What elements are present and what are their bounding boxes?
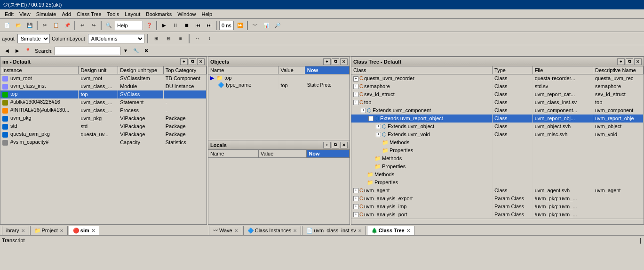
menu-bookmarks[interactable]: Bookmarks [143,10,175,18]
tab-library[interactable]: ibrary ✕ [2,226,29,235]
tree-expand-btn[interactable]: + [353,92,358,97]
tab-class-tree-close[interactable]: ✕ [406,228,410,233]
search-filter-btn[interactable]: 🔧 [131,46,141,56]
sim-du-cell: std [79,123,118,131]
tab-class-instances[interactable]: 🔷 Class Instances ✕ [243,226,302,235]
obj-name-cell: ▶ 📁 top [208,74,278,82]
tb-undo-btn[interactable]: ↩ [77,20,87,31]
search-input[interactable] [55,47,120,55]
sim-panel-float-btn[interactable]: ⧉ [189,58,196,65]
tab-sim-close[interactable]: ✕ [91,228,95,233]
tb-step-btn[interactable]: ⏩ [235,20,245,31]
layout-btn-4[interactable]: ↔ [192,33,203,44]
tb-save-btn[interactable]: 💾 [24,20,35,31]
tb-search-btn[interactable]: 🔍 [103,20,114,31]
layout-btn-1[interactable]: ⊞ [151,33,161,44]
ct-desc-cell [593,211,644,219]
sim-panel: im - Default + ⧉ ✕ Instance Design unit … [0,57,207,225]
menu-classtree[interactable]: Class Tree [74,10,104,18]
tb-wave2-btn[interactable]: 📊 [261,20,271,31]
menu-add[interactable]: Add [59,10,74,18]
search-clear-btn[interactable]: ✖ [141,46,151,56]
tb-copy-btn[interactable]: 📋 [51,20,61,31]
tab-wave-close[interactable]: ✕ [234,228,238,233]
layout-btn-5[interactable]: ↕ [205,33,215,44]
tb-open-btn[interactable]: 📂 [13,20,24,31]
tree-expand-btn[interactable]: + [353,204,358,209]
tree-expand-btn[interactable]: - [368,116,374,121]
classtree-pin-btn[interactable]: + [617,58,625,65]
tree-expand-btn[interactable]: + [376,132,381,137]
tb-sim1-btn[interactable]: ▶ [159,20,169,31]
tb-sim4-btn[interactable]: ⏮ [193,20,203,31]
tb-redo-btn[interactable]: ↪ [88,20,99,31]
search-pin-btn[interactable]: 📍 [23,46,33,56]
left-tab-bar: ibrary ✕ 📁 Project ✕ 🔴 sim ✕ [0,225,207,235]
tree-expand-btn[interactable]: + [353,76,358,82]
tree-expand-btn[interactable]: + [353,196,358,201]
tab-wave[interactable]: 〰 Wave ✕ [209,226,242,235]
locals-close-btn[interactable]: ✕ [340,142,348,148]
sim-panel-pin-btn[interactable]: + [180,58,188,65]
locals-pin-btn[interactable]: + [323,142,331,148]
simulate-combo[interactable]: Simulate [17,34,50,43]
tb-new-btn[interactable]: 📄 [2,20,12,31]
tab-project-close[interactable]: ✕ [60,228,64,233]
obj-expand-1[interactable]: ▶ [210,75,214,81]
menu-help[interactable]: Help [199,10,215,18]
tab-sim[interactable]: 🔴 sim ✕ [69,226,99,235]
tb-help-icon-btn[interactable]: ❓ [144,20,154,31]
tree-expand-btn[interactable]: + [361,108,366,113]
tb-sim5-btn[interactable]: ⏭ [204,20,215,31]
all-columns-combo[interactable]: AllColumns [88,34,144,43]
tb-cut-btn[interactable]: ✂ [40,20,50,31]
objects-table: Name Value Now ▶ 📁 top [208,66,350,89]
tb-wave1-btn[interactable]: 〰 [250,20,260,31]
menu-simulate[interactable]: Simulate [33,10,59,18]
tb-paste-btn[interactable]: 📌 [62,20,72,31]
menu-edit[interactable]: Edit [2,10,16,18]
ct-class-cell: +Cuvm_analysis_port [351,211,493,219]
search-prev-btn[interactable]: ◀ [2,46,12,56]
ct-hscroll[interactable] [351,219,644,224]
tree-expand-btn[interactable]: + [353,84,358,89]
search-options-btn[interactable]: ▼ [120,46,131,56]
objects-close-btn[interactable]: ✕ [340,58,348,65]
menu-view[interactable]: View [16,10,33,18]
menu-window[interactable]: Window [175,10,199,18]
sim-panel-scroll[interactable]: Instance Design unit Design unit type To… [0,66,207,224]
classtree-title: Class Tree - Default [353,59,616,65]
tree-expand-btn[interactable]: + [353,212,358,217]
objects-float-btn[interactable]: ⧉ [332,58,339,65]
layout-btn-3[interactable]: ≡ [175,33,186,44]
tb-wave3-btn[interactable]: 🔎 [272,20,283,31]
classtree-float-btn[interactable]: ⧉ [626,58,633,65]
objects-pin-btn[interactable]: + [323,58,331,65]
locals-float-btn[interactable]: ⧉ [332,142,339,148]
ct-file-cell: uvm_component... [533,106,593,115]
tree-expand-btn[interactable]: + [376,124,381,129]
sim-panel-close-btn[interactable]: ✕ [197,58,205,65]
tb-sim3-btn[interactable]: ⏹ [182,20,192,31]
tab-uvm-class-inst[interactable]: 📄 uvm_class_inst.sv ✕ [302,226,366,235]
tab-uvm-close[interactable]: ✕ [358,228,362,233]
tab-library-close[interactable]: ✕ [21,228,25,233]
folder-icon: 📁 [216,75,223,81]
menu-tools[interactable]: Tools [104,10,122,18]
layout-btn-2[interactable]: ⊟ [163,33,174,44]
tree-expand-btn[interactable]: + [353,188,358,193]
right-tab-bar: 〰 Wave ✕ 🔷 Class Instances ✕ 📄 uvm_class… [207,225,644,235]
search-next-btn[interactable]: ▶ [12,46,23,56]
tab-class-tree[interactable]: 🌲 Class Tree ✕ [367,226,414,235]
objects-content[interactable]: Name Value Now ▶ 📁 top [208,66,350,140]
ct-desc-cell [593,179,644,187]
table-row: -⬡Extends uvm_report_object Class uvm_re… [351,115,644,123]
menu-layout[interactable]: Layout [122,10,143,18]
classtree-close-btn[interactable]: ✕ [634,58,642,65]
classtree-content[interactable]: Class Type File Descriptive Name +Cquest… [351,66,644,219]
tab-project[interactable]: 📁 Project ✕ [30,226,68,235]
tree-expand-btn[interactable]: + [353,100,358,105]
tab-class-instances-close[interactable]: ✕ [293,228,297,233]
tb-sim2-btn[interactable]: ⏸ [170,20,181,31]
main-content-area: im - Default + ⧉ ✕ Instance Design unit … [0,57,644,225]
